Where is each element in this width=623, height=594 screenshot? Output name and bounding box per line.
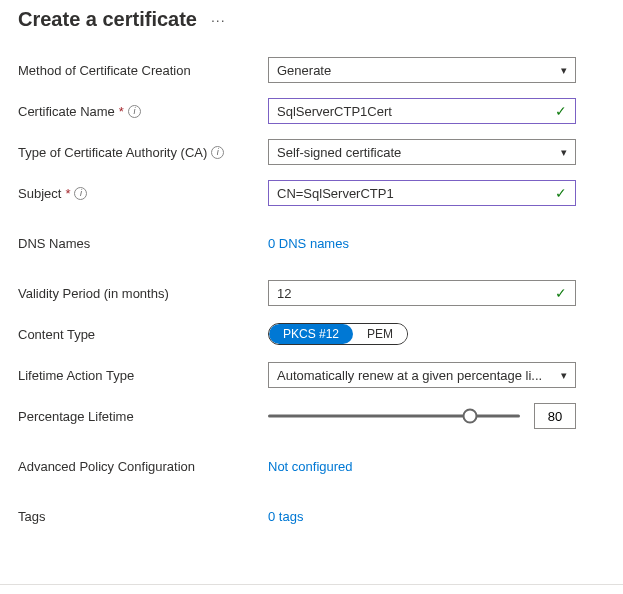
label-lifetime-action: Lifetime Action Type — [18, 368, 268, 383]
info-icon[interactable]: i — [74, 187, 87, 200]
required-indicator: * — [65, 186, 70, 201]
validity-value: 12 — [277, 286, 291, 301]
content-type-toggle[interactable]: PKCS #12 PEM — [268, 323, 408, 345]
label-tags: Tags — [18, 509, 268, 524]
check-icon: ✓ — [555, 285, 567, 301]
chevron-down-icon: ▾ — [561, 369, 567, 382]
adv-policy-link[interactable]: Not configured — [268, 459, 353, 474]
label-dns-names: DNS Names — [18, 236, 268, 251]
slider-track — [268, 415, 520, 418]
label-method: Method of Certificate Creation — [18, 63, 268, 78]
check-icon: ✓ — [555, 185, 567, 201]
subject-input[interactable]: CN=SqlServerCTP1 ✓ — [268, 180, 576, 206]
required-indicator: * — [119, 104, 124, 119]
label-subject: Subject — [18, 186, 61, 201]
label-validity: Validity Period (in months) — [18, 286, 268, 301]
cert-name-value: SqlServerCTP1Cert — [277, 104, 392, 119]
toggle-pkcs12[interactable]: PKCS #12 — [269, 324, 353, 344]
check-icon: ✓ — [555, 103, 567, 119]
slider-thumb[interactable] — [462, 409, 477, 424]
page-title: Create a certificate — [18, 8, 197, 31]
info-icon[interactable]: i — [128, 105, 141, 118]
label-cert-name: Certificate Name — [18, 104, 115, 119]
label-content-type: Content Type — [18, 327, 268, 342]
lifetime-action-value: Automatically renew at a given percentag… — [277, 368, 548, 383]
subject-value: CN=SqlServerCTP1 — [277, 186, 394, 201]
cert-name-input[interactable]: SqlServerCTP1Cert ✓ — [268, 98, 576, 124]
toggle-pem[interactable]: PEM — [353, 324, 407, 344]
label-adv-policy: Advanced Policy Configuration — [18, 459, 268, 474]
validity-input[interactable]: 12 ✓ — [268, 280, 576, 306]
ca-type-value: Self-signed certificate — [277, 145, 407, 160]
info-icon[interactable]: i — [211, 146, 224, 159]
ca-type-select[interactable]: Self-signed certificate ▾ — [268, 139, 576, 165]
more-menu-icon[interactable]: ··· — [211, 12, 226, 28]
method-select-value: Generate — [277, 63, 337, 78]
pct-slider[interactable] — [268, 408, 520, 424]
tags-link[interactable]: 0 tags — [268, 509, 303, 524]
chevron-down-icon: ▾ — [561, 64, 567, 77]
dns-names-link[interactable]: 0 DNS names — [268, 236, 349, 251]
label-pct-lifetime: Percentage Lifetime — [18, 409, 268, 424]
pct-input[interactable] — [534, 403, 576, 429]
lifetime-action-select[interactable]: Automatically renew at a given percentag… — [268, 362, 576, 388]
chevron-down-icon: ▾ — [561, 146, 567, 159]
method-select[interactable]: Generate ▾ — [268, 57, 576, 83]
label-ca-type: Type of Certificate Authority (CA) — [18, 145, 207, 160]
